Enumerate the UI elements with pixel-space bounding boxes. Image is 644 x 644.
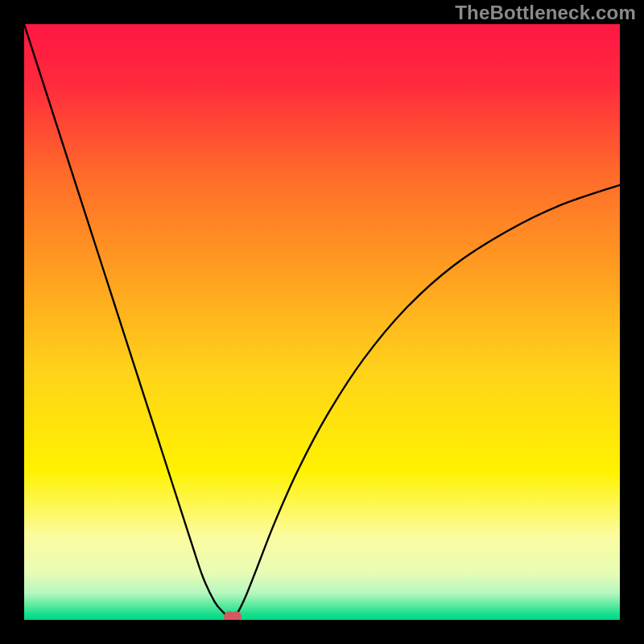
gradient-background	[24, 24, 620, 620]
chart-frame: TheBottleneck.com	[0, 0, 644, 644]
watermark-text: TheBottleneck.com	[455, 2, 636, 24]
plot-area	[24, 24, 620, 620]
chart-svg	[24, 24, 620, 620]
